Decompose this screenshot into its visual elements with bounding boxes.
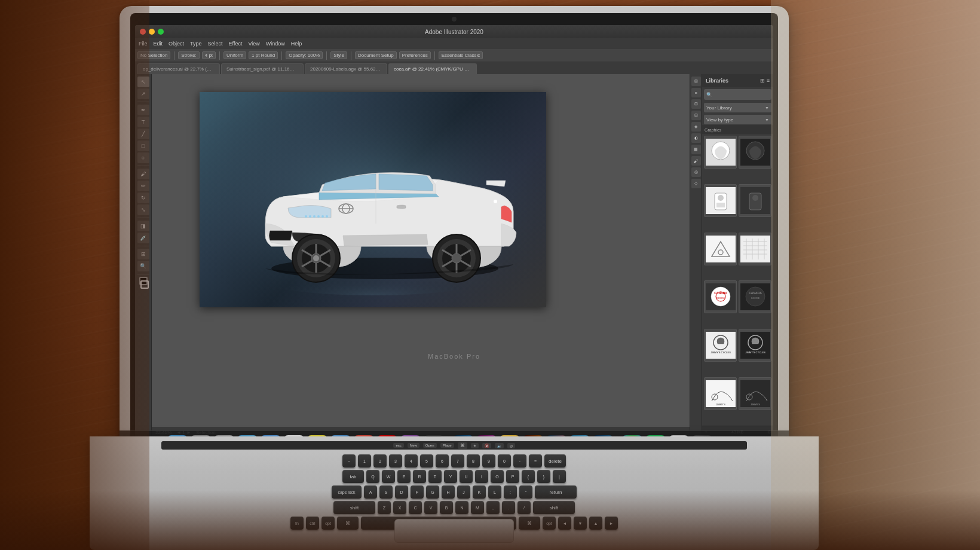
key-lcmd[interactable]: ⌘ xyxy=(337,517,359,530)
key-n[interactable]: N xyxy=(455,501,468,514)
menu-item-type[interactable]: Type xyxy=(190,41,202,47)
graphic-styles-btn[interactable]: ◇ xyxy=(691,179,701,188)
direct-selection-tool[interactable]: ↗ xyxy=(137,88,149,99)
line-tool[interactable]: ╱ xyxy=(137,129,149,139)
key-r[interactable]: R xyxy=(413,470,426,483)
key-p[interactable]: P xyxy=(506,470,519,483)
key-8[interactable]: 8 xyxy=(467,454,480,468)
gradient-tool[interactable]: ◨ xyxy=(137,221,149,231)
key-rcmd[interactable]: ⌘ xyxy=(519,517,540,530)
scale-tool[interactable]: ⤡ xyxy=(137,204,149,215)
menu-item-select[interactable]: Select xyxy=(208,41,223,47)
tab-2[interactable]: 20200609-Labels.agx @ 55.62% (CMYK/GPU P… xyxy=(305,63,387,74)
library-item-0[interactable] xyxy=(704,136,737,169)
touch-bar-vol-down[interactable]: 🔉 xyxy=(495,443,504,448)
panel-search[interactable] xyxy=(704,89,771,100)
library-item-1[interactable] xyxy=(739,136,771,169)
tab-0[interactable]: op_deliverances.ai @ 22.7% (CMYK/GPU Pre… xyxy=(137,63,220,74)
key-ropt[interactable]: opt xyxy=(543,517,556,530)
library-search-input[interactable] xyxy=(706,92,769,97)
selection-tool[interactable]: ↖ xyxy=(137,77,149,87)
key-c[interactable]: C xyxy=(409,501,422,514)
key-equals[interactable]: = xyxy=(529,454,542,468)
style-btn[interactable]: Style xyxy=(330,51,347,59)
key-t[interactable]: T xyxy=(428,470,442,483)
brushes-btn[interactable]: 🖌 xyxy=(691,156,701,166)
touch-bar-siri[interactable]: ◎ xyxy=(507,443,515,448)
panel-list-view[interactable]: ≡ xyxy=(767,78,770,84)
tab-1[interactable]: Suinstrbeat_sign.pdf @ 11.16% (CMYK/GPU … xyxy=(221,63,304,74)
key-quote[interactable]: " xyxy=(519,485,532,499)
menu-item-file[interactable]: File xyxy=(139,41,148,47)
key-y[interactable]: Y xyxy=(444,470,457,483)
key-5[interactable]: 5 xyxy=(420,454,433,468)
key-caps[interactable]: caps lock xyxy=(332,485,362,499)
menu-item-effect[interactable]: Effect xyxy=(229,41,243,47)
library-item-6[interactable]: CANADA GOOSE xyxy=(704,280,737,313)
key-comma[interactable]: , xyxy=(486,501,500,514)
key-rbracket[interactable]: } xyxy=(537,470,550,483)
pencil-tool[interactable]: ✏ xyxy=(137,181,149,191)
key-down[interactable]: ▼ xyxy=(574,517,587,530)
color-btn[interactable]: ◐ xyxy=(691,133,701,143)
key-ctrl[interactable]: ctrl xyxy=(306,517,319,530)
key-0[interactable]: 0 xyxy=(498,454,511,468)
touch-bar-brightness-up[interactable]: ☀ xyxy=(471,443,479,448)
properties-btn[interactable]: ≡ xyxy=(691,88,701,97)
stroke-value[interactable]: 4 pt xyxy=(202,51,216,59)
key-b[interactable]: B xyxy=(440,501,453,514)
eyedropper-tool[interactable]: 💉 xyxy=(137,233,149,243)
trackpad[interactable] xyxy=(394,519,514,543)
close-button[interactable] xyxy=(140,29,146,35)
layers-panel-btn[interactable]: ⊞ xyxy=(691,77,701,86)
tab-3[interactable]: coca.ai* @ 22.41% (CMYK/GPU Preview) xyxy=(388,63,477,74)
pathfinder-btn[interactable]: ◈ xyxy=(691,122,701,132)
type-tool[interactable]: T xyxy=(137,117,149,127)
menu-item-window[interactable]: Window xyxy=(266,41,285,47)
rotate-tool[interactable]: ↻ xyxy=(137,192,149,203)
library-item-2[interactable] xyxy=(704,184,737,217)
key-up[interactable]: ▲ xyxy=(589,517,602,530)
key-lbracket[interactable]: { xyxy=(522,470,535,483)
library-item-7[interactable]: CANADA GOOSE xyxy=(739,280,771,313)
key-1[interactable]: 1 xyxy=(358,454,371,468)
key-h[interactable]: H xyxy=(442,485,455,499)
key-g[interactable]: G xyxy=(426,485,439,499)
touch-bar-open[interactable]: Open xyxy=(423,443,437,448)
key-u[interactable]: U xyxy=(460,470,473,483)
essentials-btn[interactable]: Essentials Classic xyxy=(439,51,483,59)
key-q[interactable]: Q xyxy=(366,470,379,483)
library-item-11[interactable]: JIMMY'S xyxy=(739,377,771,410)
library-item-8[interactable]: JIMMY'S CYCLES xyxy=(704,329,737,362)
no-selection-btn[interactable]: No Selection xyxy=(137,51,170,59)
document-setup-btn[interactable]: Document Setup xyxy=(355,51,397,59)
key-left[interactable]: ◄ xyxy=(558,517,571,530)
key-d[interactable]: D xyxy=(395,485,408,499)
key-9[interactable]: 9 xyxy=(482,454,495,468)
menu-item-help[interactable]: Help xyxy=(291,41,302,47)
key-k[interactable]: K xyxy=(473,485,486,499)
minimize-button[interactable] xyxy=(149,29,155,35)
key-2[interactable]: 2 xyxy=(373,454,387,468)
key-v[interactable]: V xyxy=(424,501,437,514)
key-6[interactable]: 6 xyxy=(436,454,449,468)
key-4[interactable]: 4 xyxy=(405,454,418,468)
library-dropdown[interactable]: Your Library ▼ xyxy=(704,103,771,112)
key-backslash[interactable]: | xyxy=(553,470,566,483)
panel-grid-view[interactable]: ⊞ xyxy=(760,78,765,84)
touch-bar-place[interactable]: Place xyxy=(440,443,454,448)
fullscreen-button[interactable] xyxy=(158,29,164,35)
swatches-btn[interactable]: ▦ xyxy=(691,145,701,154)
key-w[interactable]: W xyxy=(382,470,395,483)
library-item-10[interactable]: JIMMY'S xyxy=(704,377,737,410)
key-i[interactable]: I xyxy=(475,470,488,483)
key-x[interactable]: X xyxy=(393,501,406,514)
rect-tool[interactable]: □ xyxy=(137,140,149,151)
zoom-tool[interactable]: 🔍 xyxy=(137,261,149,271)
key-return[interactable]: return xyxy=(535,485,577,499)
menu-item-object[interactable]: Object xyxy=(169,41,184,47)
stroke-color[interactable] xyxy=(140,280,149,289)
library-item-9[interactable]: JIMMY'S CYCLES xyxy=(739,329,771,362)
ellipse-tool[interactable]: ○ xyxy=(137,152,149,163)
key-f[interactable]: F xyxy=(411,485,424,499)
